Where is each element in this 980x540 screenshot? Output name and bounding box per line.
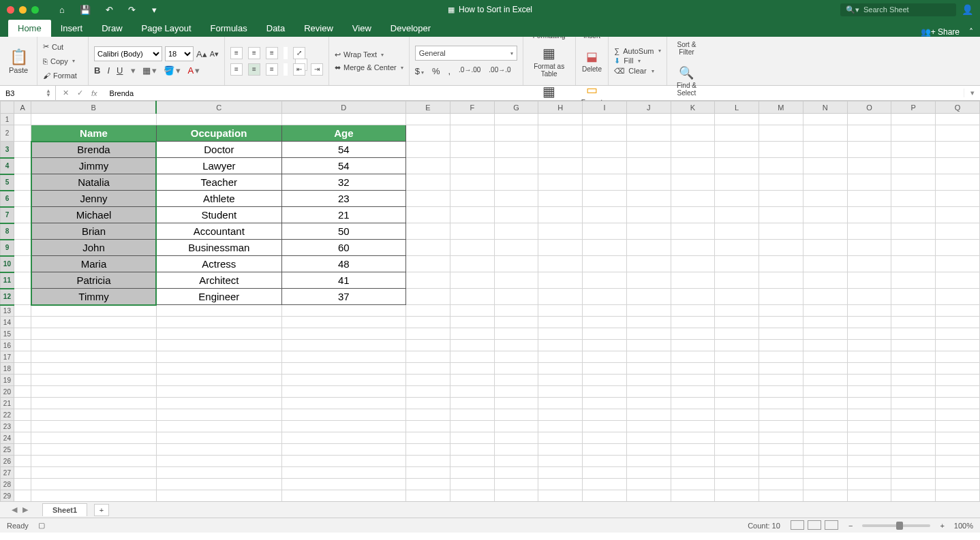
cell-H12[interactable] — [538, 289, 583, 305]
cell-P20[interactable] — [891, 386, 936, 398]
cell-B26[interactable] — [31, 456, 156, 467]
cell-D27[interactable] — [281, 467, 406, 479]
table-cell-C9[interactable]: Businessman — [156, 240, 281, 256]
cell-D22[interactable] — [281, 409, 406, 421]
col-header-G[interactable]: G — [494, 101, 538, 114]
row-header-9[interactable]: 9 — [1, 240, 14, 256]
cell-N16[interactable] — [803, 340, 847, 351]
cell-N26[interactable] — [803, 456, 847, 467]
cell-J26[interactable] — [626, 456, 671, 467]
cell-O25[interactable] — [847, 444, 891, 456]
zoom-slider[interactable] — [862, 524, 930, 527]
cell-K11[interactable] — [671, 272, 715, 289]
align-left-icon[interactable]: ≡ — [230, 63, 243, 76]
cell-P15[interactable] — [891, 328, 936, 340]
fill-color-button[interactable]: 🪣▾ — [164, 65, 181, 76]
cell-E11[interactable] — [406, 272, 450, 289]
cell-M29[interactable] — [759, 490, 803, 502]
cell-J8[interactable] — [626, 223, 671, 240]
cell-H4[interactable] — [538, 158, 583, 174]
cell-O24[interactable] — [847, 432, 891, 444]
cell-Q3[interactable] — [936, 142, 980, 158]
tab-page-layout[interactable]: Page Layout — [132, 20, 201, 37]
cell-P19[interactable] — [891, 375, 936, 386]
cell-E28[interactable] — [406, 479, 450, 490]
cell-H11[interactable] — [538, 272, 583, 289]
col-header-N[interactable]: N — [803, 101, 847, 114]
cell-G12[interactable] — [494, 289, 538, 305]
cell-I17[interactable] — [583, 351, 627, 363]
cell-M28[interactable] — [759, 479, 803, 490]
cell-E29[interactable] — [406, 490, 450, 502]
cell-L16[interactable] — [715, 340, 759, 351]
cell-L5[interactable] — [715, 174, 759, 191]
cell-I6[interactable] — [583, 191, 627, 207]
cell-I15[interactable] — [583, 328, 627, 340]
cell-A13[interactable] — [14, 305, 31, 317]
borders-button[interactable]: ▦▾ — [142, 65, 157, 76]
cell-O9[interactable] — [847, 240, 891, 256]
cell-O15[interactable] — [847, 328, 891, 340]
row-header-13[interactable]: 13 — [1, 305, 14, 317]
cell-H27[interactable] — [538, 467, 583, 479]
cell-M14[interactable] — [759, 317, 803, 328]
cell-N4[interactable] — [803, 158, 847, 174]
cell-H8[interactable] — [538, 223, 583, 240]
cell-L14[interactable] — [715, 317, 759, 328]
cell-G5[interactable] — [494, 174, 538, 191]
cell-G10[interactable] — [494, 256, 538, 272]
cell-D25[interactable] — [281, 444, 406, 456]
cell-M16[interactable] — [759, 340, 803, 351]
cell-J1[interactable] — [626, 114, 671, 125]
tab-formulas[interactable]: Formulas — [201, 20, 257, 37]
zoom-in-icon[interactable]: + — [940, 522, 944, 530]
cell-P17[interactable] — [891, 351, 936, 363]
formula-input[interactable]: Brenda — [104, 89, 964, 97]
cell-K2[interactable] — [671, 125, 715, 142]
cell-L9[interactable] — [715, 240, 759, 256]
cell-F9[interactable] — [450, 240, 494, 256]
cell-I16[interactable] — [583, 340, 627, 351]
cell-P10[interactable] — [891, 256, 936, 272]
cell-A17[interactable] — [14, 351, 31, 363]
sheet-tab-sheet1[interactable]: Sheet1 — [42, 503, 87, 516]
cell-E8[interactable] — [406, 223, 450, 240]
cell-Q11[interactable] — [936, 272, 980, 289]
cell-L1[interactable] — [715, 114, 759, 125]
cell-B15[interactable] — [31, 328, 156, 340]
cell-E27[interactable] — [406, 467, 450, 479]
cell-F14[interactable] — [450, 317, 494, 328]
cell-O13[interactable] — [847, 305, 891, 317]
cell-J18[interactable] — [626, 363, 671, 375]
cell-E7[interactable] — [406, 207, 450, 223]
next-sheet-icon[interactable]: ▶ — [22, 505, 28, 514]
cell-M11[interactable] — [759, 272, 803, 289]
cell-P14[interactable] — [891, 317, 936, 328]
cell-O10[interactable] — [847, 256, 891, 272]
cell-G23[interactable] — [494, 421, 538, 432]
cell-G21[interactable] — [494, 398, 538, 409]
col-header-D[interactable]: D — [281, 101, 406, 114]
cell-K3[interactable] — [671, 142, 715, 158]
cell-I7[interactable] — [583, 207, 627, 223]
cell-F13[interactable] — [450, 305, 494, 317]
cell-I25[interactable] — [583, 444, 627, 456]
prev-sheet-icon[interactable]: ◀ — [12, 505, 17, 514]
cell-H21[interactable] — [538, 398, 583, 409]
cell-H10[interactable] — [538, 256, 583, 272]
cell-A19[interactable] — [14, 375, 31, 386]
cell-H9[interactable] — [538, 240, 583, 256]
cell-G7[interactable] — [494, 207, 538, 223]
cell-K9[interactable] — [671, 240, 715, 256]
cell-F5[interactable] — [450, 174, 494, 191]
cell-G13[interactable] — [494, 305, 538, 317]
row-header-19[interactable]: 19 — [1, 375, 14, 386]
col-header-H[interactable]: H — [538, 101, 583, 114]
row-header-26[interactable]: 26 — [1, 456, 14, 467]
cell-K27[interactable] — [671, 467, 715, 479]
cell-Q17[interactable] — [936, 351, 980, 363]
cell-G11[interactable] — [494, 272, 538, 289]
cell-K24[interactable] — [671, 432, 715, 444]
cell-Q12[interactable] — [936, 289, 980, 305]
cell-E17[interactable] — [406, 351, 450, 363]
